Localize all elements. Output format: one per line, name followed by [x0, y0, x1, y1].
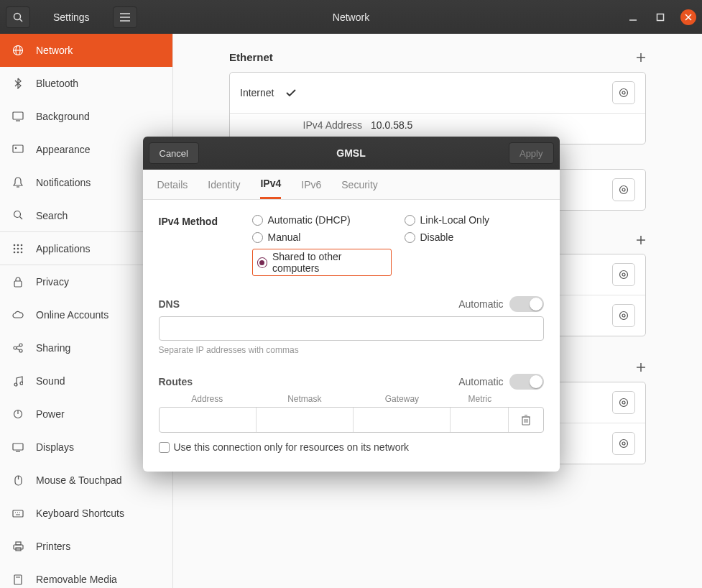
- ipv4-label: IPv4 Address: [240, 119, 362, 131]
- svg-point-62: [620, 312, 628, 320]
- radio-shared[interactable]: Shared to other computers: [252, 249, 392, 276]
- svg-point-67: [622, 401, 625, 404]
- search-button[interactable]: [6, 6, 30, 28]
- minimize-button[interactable]: [626, 10, 640, 24]
- dns-title: DNS: [159, 298, 180, 310]
- window-title: Network: [333, 12, 369, 23]
- tab-security[interactable]: Security: [341, 170, 378, 199]
- svg-line-1: [20, 19, 23, 22]
- connection-settings-button[interactable]: [612, 81, 635, 104]
- sidebar-item-bluetooth[interactable]: Bluetooth: [0, 67, 172, 100]
- sidebar-item-label: Notifications: [36, 177, 91, 188]
- routes-header-metric: Metric: [451, 394, 509, 404]
- connection-settings-button[interactable]: [612, 391, 635, 414]
- music-icon: [11, 376, 24, 387]
- radio-auto-dhcp[interactable]: Automatic (DHCP): [252, 214, 392, 226]
- svg-rect-50: [14, 575, 22, 584]
- svg-rect-6: [657, 14, 664, 20]
- connection-settings-button[interactable]: [612, 304, 635, 327]
- sidebar-item-label: Network: [36, 45, 73, 56]
- svg-point-26: [17, 251, 19, 253]
- ethernet-section-title: Ethernet: [229, 51, 273, 63]
- bluetooth-icon: [11, 78, 24, 89]
- route-gateway-input[interactable]: [354, 408, 451, 432]
- hamburger-button[interactable]: [113, 6, 137, 28]
- svg-point-61: [622, 273, 625, 276]
- svg-point-31: [19, 349, 22, 352]
- sidebar-item-printers[interactable]: Printers: [0, 530, 172, 563]
- tab-details[interactable]: Details: [157, 170, 188, 199]
- sidebar-item-label: Keyboard Shortcuts: [36, 507, 124, 519]
- add-ethernet-button[interactable]: [636, 52, 646, 63]
- search-icon: [11, 210, 24, 221]
- svg-line-32: [17, 346, 19, 347]
- svg-point-21: [21, 244, 23, 246]
- connection-settings-button[interactable]: [612, 263, 635, 286]
- connection-settings-button[interactable]: [612, 178, 635, 201]
- dns-auto-switch[interactable]: [509, 296, 544, 312]
- sidebar-item-label: Bluetooth: [36, 78, 78, 89]
- route-netmask-input[interactable]: [257, 408, 354, 432]
- tab-ipv6[interactable]: IPv6: [301, 170, 321, 199]
- hamburger-icon: [119, 13, 131, 22]
- connection-settings-button[interactable]: [612, 432, 635, 455]
- only-resources-checkbox[interactable]: Use this connection only for resources o…: [159, 441, 544, 453]
- routes-auto-switch[interactable]: [509, 374, 544, 390]
- sidebar-item-network[interactable]: Network: [0, 34, 172, 67]
- close-button[interactable]: [680, 9, 696, 25]
- radio-manual[interactable]: Manual: [252, 231, 392, 243]
- settings-label: Settings: [53, 12, 90, 23]
- ipv4-value: 10.0.58.5: [371, 119, 412, 131]
- dns-hint: Separate IP addresses with commas: [159, 345, 544, 355]
- svg-point-60: [620, 271, 628, 279]
- modal-tabs: Details Identity IPv4 IPv6 Security: [143, 170, 560, 200]
- connection-row[interactable]: Internet: [230, 73, 645, 114]
- sidebar-item-label: Applications: [36, 243, 91, 254]
- sidebar-item-removable-media[interactable]: Removable Media: [0, 563, 172, 588]
- add-hidden-button[interactable]: [636, 235, 646, 245]
- sidebar-item-label: Sound: [36, 375, 65, 387]
- apply-button[interactable]: Apply: [509, 142, 554, 164]
- sidebar-item-label: Removable Media: [36, 574, 117, 585]
- radio-label: Manual: [268, 231, 301, 243]
- route-delete-button[interactable]: [509, 408, 543, 432]
- route-address-input[interactable]: [160, 408, 257, 432]
- svg-point-54: [620, 89, 628, 97]
- svg-point-0: [14, 13, 21, 19]
- mouse-icon: [11, 475, 24, 486]
- tab-identity[interactable]: Identity: [208, 170, 240, 199]
- bell-icon: [11, 177, 24, 188]
- search-icon: [12, 12, 24, 23]
- cancel-button[interactable]: Cancel: [149, 142, 199, 164]
- svg-point-17: [14, 211, 20, 218]
- maximize-button[interactable]: [653, 10, 668, 24]
- sidebar-item-background[interactable]: Background: [0, 100, 172, 133]
- plus-icon: [636, 52, 646, 63]
- connection-name: Internet: [240, 87, 274, 98]
- svg-rect-38: [13, 444, 23, 450]
- modal-title: GMSL: [336, 147, 365, 159]
- svg-point-63: [622, 314, 625, 317]
- appearance-icon: [11, 144, 24, 155]
- svg-line-18: [19, 217, 22, 220]
- svg-point-23: [17, 247, 19, 249]
- gear-icon: [618, 87, 629, 98]
- display-icon: [11, 443, 24, 452]
- media-icon: [11, 574, 24, 585]
- tab-ipv4[interactable]: IPv4: [260, 170, 281, 199]
- check-icon: [285, 88, 297, 97]
- sidebar-item-label: Privacy: [36, 276, 69, 288]
- add-intel-ethernet-button[interactable]: [636, 362, 646, 372]
- sidebar-item-label: Power: [36, 408, 65, 420]
- sidebar-item-keyboard[interactable]: Keyboard Shortcuts: [0, 497, 172, 530]
- route-metric-input[interactable]: [451, 408, 509, 432]
- routes-header-netmask: Netmask: [256, 394, 354, 404]
- radio-disable[interactable]: Disable: [405, 231, 544, 243]
- routes-auto-label: Automatic: [458, 376, 503, 387]
- radio-link-local[interactable]: Link-Local Only: [405, 214, 544, 226]
- dns-input[interactable]: [159, 316, 544, 341]
- plus-icon: [636, 362, 646, 372]
- svg-point-57: [622, 188, 625, 191]
- ipv4-method-label: IPv4 Method: [159, 214, 252, 276]
- svg-line-33: [17, 349, 19, 350]
